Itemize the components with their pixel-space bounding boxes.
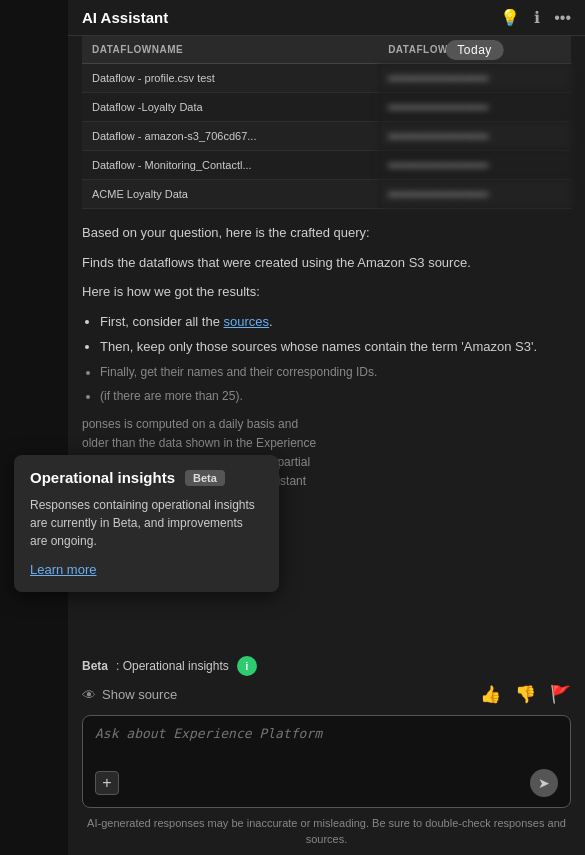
table-row: Dataflow - Monitoring_Contactl... ••••••…	[82, 151, 571, 180]
add-attachment-button[interactable]: +	[95, 771, 119, 795]
header: AI Assistant 💡 ℹ •••	[68, 0, 585, 36]
bullet-3: Finally, get their names and their corre…	[100, 363, 571, 381]
info-icon[interactable]: ℹ	[534, 8, 540, 27]
bullet-4: (if there are more than 25).	[100, 387, 571, 405]
sidebar-strip	[0, 0, 68, 855]
dataflow-id-cell: ••••••••••••••••••••••••••	[378, 151, 571, 180]
flag-icon[interactable]: 🚩	[550, 684, 571, 705]
beta-row-text: : Operational insights	[116, 659, 229, 673]
feedback-icons: 👍 👎 🚩	[480, 684, 571, 705]
beta-label: Beta	[82, 659, 108, 673]
tooltip-body: Responses containing operational insight…	[30, 496, 263, 550]
table-row: Dataflow -Loyalty Data •••••••••••••••••…	[82, 93, 571, 122]
dataflow-name-cell: Dataflow - Monitoring_Contactl...	[82, 151, 378, 180]
col-dataflowid: DATAFLOWID Today	[378, 36, 571, 64]
page-title: AI Assistant	[82, 9, 168, 26]
dataflow-table: DATAFLOWNAME DATAFLOWID Today Dataflow -…	[82, 36, 571, 209]
source-row: 👁 Show source 👍 👎 🚩	[82, 684, 571, 705]
thumbs-up-icon[interactable]: 👍	[480, 684, 501, 705]
dataflow-id-cell: ••••••••••••••••••••••••••	[378, 180, 571, 209]
show-source-label: Show source	[102, 687, 177, 702]
dataflow-name-cell: Dataflow - profile.csv test	[82, 64, 378, 93]
dataflow-id-cell: ••••••••••••••••••••••••••	[378, 122, 571, 151]
col-dataflowname: DATAFLOWNAME	[82, 36, 378, 64]
header-icons: 💡 ℹ •••	[500, 8, 571, 27]
show-source-button[interactable]: 👁 Show source	[82, 687, 177, 703]
answer-description: Finds the dataflows that were created us…	[82, 253, 571, 273]
bullet-2: Then, keep only those sources whose name…	[100, 337, 571, 357]
disclaimer-text: AI-generated responses may be inaccurate…	[82, 816, 571, 855]
bulb-icon[interactable]: 💡	[500, 8, 520, 27]
tooltip-header: Operational insights Beta	[30, 469, 263, 486]
thumbs-down-icon[interactable]: 👎	[515, 684, 536, 705]
send-button[interactable]: ➤	[530, 769, 558, 797]
beta-row: Beta : Operational insights i	[82, 656, 571, 676]
sources-link[interactable]: sources	[224, 314, 270, 329]
table-row: ACME Loyalty Data ••••••••••••••••••••••…	[82, 180, 571, 209]
input-bottom-row: + ➤	[95, 769, 558, 797]
table-header-row: DATAFLOWNAME DATAFLOWID Today	[82, 36, 571, 64]
dataflow-id-cell: ••••••••••••••••••••••••••	[378, 93, 571, 122]
more-icon[interactable]: •••	[554, 9, 571, 27]
bottom-area: Beta : Operational insights i 👁 Show sou…	[68, 648, 585, 855]
chat-input[interactable]	[95, 726, 558, 741]
operational-insights-tooltip: Operational insights Beta Responses cont…	[14, 455, 279, 592]
tooltip-beta-badge: Beta	[185, 470, 225, 486]
learn-more-link[interactable]: Learn more	[30, 562, 96, 577]
dataflow-name-cell: Dataflow -Loyalty Data	[82, 93, 378, 122]
table-row: Dataflow - profile.csv test ••••••••••••…	[82, 64, 571, 93]
main-area: AI Assistant 💡 ℹ ••• DATAFLOWNAME DATAFL…	[68, 0, 585, 855]
table-row: Dataflow - amazon-s3_706cd67... ••••••••…	[82, 122, 571, 151]
answer-how-we-got: Here is how we got the results:	[82, 282, 571, 302]
operational-insights-info-button[interactable]: i	[237, 656, 257, 676]
today-badge: Today	[445, 40, 504, 60]
bullet-1: First, consider all the sources.	[100, 312, 571, 332]
dataflow-name-cell: Dataflow - amazon-s3_706cd67...	[82, 122, 378, 151]
answer-intro: Based on your question, here is the craf…	[82, 223, 571, 243]
dataflow-name-cell: ACME Loyalty Data	[82, 180, 378, 209]
tooltip-title: Operational insights	[30, 469, 175, 486]
eye-icon: 👁	[82, 687, 96, 703]
dataflow-id-cell: ••••••••••••••••••••••••••	[378, 64, 571, 93]
answer-bullets: First, consider all the sources. Then, k…	[100, 312, 571, 405]
input-container: + ➤	[82, 715, 571, 808]
